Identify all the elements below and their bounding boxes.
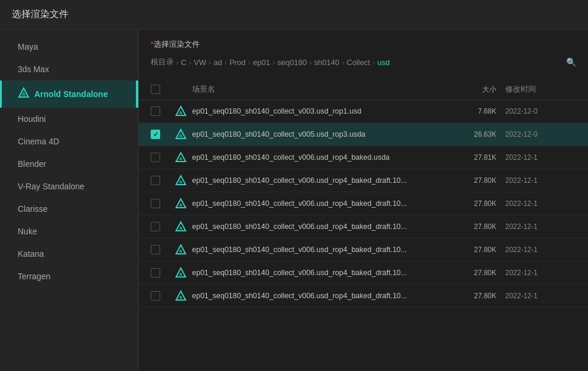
file-checkbox[interactable] [151, 222, 160, 231]
title-text: 选择渲染文件 [12, 9, 69, 19]
sidebar: Maya 3ds Max A Arnold Standalone Houdini… [0, 30, 139, 371]
breadcrumb-prod[interactable]: Prod [229, 58, 245, 67]
sidebar-item-arnold[interactable]: A Arnold Standalone [0, 80, 138, 108]
table-row[interactable]: A ep01_seq0180_sh0140_collect_v006.usd_r… [139, 169, 588, 192]
row-checkbox[interactable] [151, 222, 174, 231]
file-name: ep01_seq0180_sh0140_collect_v006.usd_rop… [192, 292, 458, 300]
sidebar-item-cinema4d[interactable]: Cinema 4D [0, 130, 138, 153]
breadcrumb-ad[interactable]: ad [213, 58, 222, 67]
file-date: 2022-12-1 [505, 246, 576, 254]
svg-text:A: A [22, 91, 26, 97]
breadcrumb-c[interactable]: C [181, 58, 186, 67]
sidebar-item-terragen[interactable]: Terragen [0, 265, 138, 288]
sidebar-item-clarisse[interactable]: Clarisse [0, 198, 138, 220]
required-text: 选择渲染文件 [154, 40, 200, 49]
sidebar-item-3dsmax[interactable]: 3ds Max [0, 58, 138, 80]
table-row[interactable]: A ep01_seq0180_sh0140_collect_v006.usd_r… [139, 146, 588, 169]
file-checkbox[interactable] [151, 199, 160, 208]
file-size: 27.81K [458, 153, 505, 162]
svg-text:A: A [179, 249, 183, 254]
file-name: ep01_seq0180_sh0140_collect_v006.usd_rop… [192, 269, 458, 277]
main-layout: Maya 3ds Max A Arnold Standalone Houdini… [0, 30, 588, 371]
file-name: ep01_seq0180_sh0140_collect_v005.usd_rop… [192, 130, 458, 138]
sidebar-label: 3ds Max [18, 64, 49, 74]
svg-text:A: A [179, 295, 183, 300]
file-checkbox[interactable] [151, 153, 160, 162]
breadcrumb-usd[interactable]: usd [378, 58, 390, 67]
file-size: 27.80K [458, 176, 505, 185]
header-date: 修改时间 [505, 84, 576, 95]
table-header: 场景名 大小 修改时间 [139, 79, 588, 100]
breadcrumb-root[interactable]: 根目录 [151, 57, 174, 67]
header-name: 场景名 [192, 84, 458, 95]
select-all-checkbox[interactable] [151, 85, 160, 94]
file-checkbox[interactable] [151, 268, 160, 278]
table-row[interactable]: A ep01_seq0180_sh0140_collect_v003.usd_r… [139, 100, 588, 123]
sidebar-item-katana[interactable]: Katana [0, 243, 138, 265]
file-name: ep01_seq0180_sh0140_collect_v006.usd_rop… [192, 153, 458, 162]
table-row[interactable]: A ep01_seq0180_sh0140_collect_v006.usd_r… [139, 192, 588, 215]
sidebar-item-blender[interactable]: Blender [0, 153, 138, 175]
title-bar: 选择渲染文件 [0, 0, 588, 30]
row-checkbox[interactable] [151, 199, 174, 208]
file-checkbox[interactable] [151, 245, 160, 254]
sidebar-item-houdini[interactable]: Houdini [0, 108, 138, 130]
file-size: 27.80K [458, 269, 505, 277]
search-icon[interactable]: 🔍 [566, 57, 576, 67]
file-date: 2022-12-1 [505, 153, 576, 162]
breadcrumb-vw[interactable]: VW [194, 58, 206, 67]
required-label: *选择渲染文件 [151, 39, 576, 50]
svg-text:A: A [179, 133, 183, 138]
file-size: 27.80K [458, 292, 505, 300]
row-checkbox[interactable] [151, 245, 174, 254]
table-row[interactable]: A ep01_seq0180_sh0140_collect_v006.usd_r… [139, 238, 588, 262]
table-row[interactable]: A ep01_seq0180_sh0140_collect_v006.usd_r… [139, 215, 588, 238]
file-checkbox[interactable] [151, 130, 160, 139]
arnold-icon: A [174, 151, 187, 164]
svg-text:A: A [179, 179, 183, 185]
file-date: 2022-12-0 [505, 130, 576, 138]
breadcrumb-collect[interactable]: Collect [347, 58, 371, 67]
arnold-icon: A [174, 174, 187, 187]
row-checkbox[interactable] [151, 291, 174, 301]
content-header: *选择渲染文件 根目录 › C › VW › ad › Prod › ep01 … [139, 30, 588, 79]
file-size: 27.80K [458, 222, 505, 231]
sidebar-item-vray[interactable]: V-Ray Standalone [0, 175, 138, 198]
file-checkbox[interactable] [151, 107, 160, 116]
breadcrumb-ep01[interactable]: ep01 [253, 58, 270, 67]
row-checkbox[interactable] [151, 268, 174, 278]
svg-text:A: A [179, 156, 183, 162]
sidebar-label: V-Ray Standalone [18, 182, 85, 191]
table-row[interactable]: A ep01_seq0180_sh0140_collect_v005.usd_r… [139, 123, 588, 146]
file-date: 2022-12-0 [505, 107, 576, 115]
file-checkbox[interactable] [151, 291, 160, 301]
svg-text:A: A [179, 225, 183, 231]
file-date: 2022-12-1 [505, 269, 576, 277]
svg-text:A: A [179, 110, 183, 115]
sidebar-label: Terragen [18, 272, 50, 281]
arnold-icon: A [174, 197, 187, 210]
row-checkbox[interactable] [151, 107, 174, 116]
row-checkbox[interactable] [151, 153, 174, 162]
header-checkbox[interactable] [151, 85, 174, 94]
row-checkbox[interactable] [151, 176, 174, 185]
sidebar-label: Houdini [18, 114, 46, 124]
file-name: ep01_seq0180_sh0140_collect_v006.usd_rop… [192, 199, 458, 208]
arnold-icon: A [174, 220, 187, 233]
file-size: 27.80K [458, 199, 505, 208]
sidebar-item-nuke[interactable]: Nuke [0, 220, 138, 243]
breadcrumb-seq0180[interactable]: seq0180 [277, 58, 307, 67]
arnold-sidebar-icon: A [18, 87, 30, 101]
table-row[interactable]: A ep01_seq0180_sh0140_collect_v006.usd_r… [139, 262, 588, 285]
file-checkbox[interactable] [151, 176, 160, 185]
file-name: ep01_seq0180_sh0140_collect_v006.usd_rop… [192, 246, 458, 254]
header-size: 大小 [458, 85, 505, 95]
sidebar-item-maya[interactable]: Maya [0, 36, 138, 58]
arnold-icon: A [174, 266, 187, 279]
breadcrumb-sh0140[interactable]: sh0140 [314, 58, 340, 67]
table-row[interactable]: A ep01_seq0180_sh0140_collect_v006.usd_r… [139, 285, 588, 308]
svg-text:A: A [179, 272, 183, 277]
row-checkbox[interactable] [151, 130, 174, 139]
arnold-icon: A [174, 243, 187, 256]
svg-text:A: A [179, 202, 183, 208]
